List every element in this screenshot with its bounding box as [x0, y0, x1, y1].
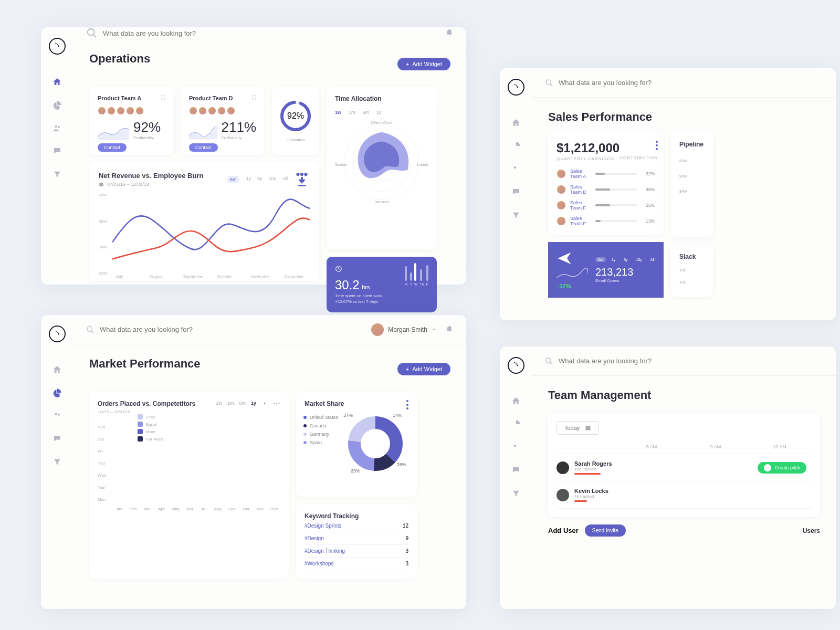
svg-point-19	[276, 403, 277, 404]
pie-icon[interactable]	[511, 141, 521, 151]
filter-icon[interactable]	[52, 169, 62, 180]
range-tabs[interactable]: 1w1m6m1y	[335, 110, 428, 115]
chat-icon[interactable]	[52, 434, 62, 444]
growth-value: ↑32%	[556, 283, 588, 289]
filter-icon[interactable]	[511, 488, 521, 499]
pipeline-title: Pipeline	[679, 141, 705, 148]
pie-icon[interactable]	[52, 387, 62, 398]
team-icon[interactable]	[511, 442, 521, 453]
hours-delta: +12.67% vs last 7 days	[335, 299, 382, 304]
revenue-date: 07/01/19 – 12/31/19	[99, 182, 203, 187]
logo-icon[interactable]	[508, 357, 524, 374]
team-row: Sales Team F35%	[556, 200, 655, 211]
range-tabs[interactable]: 6m1y5y10yAll	[227, 176, 288, 183]
sidebar	[500, 346, 532, 609]
page-title: Team Management	[548, 388, 820, 402]
more-icon[interactable]	[656, 141, 658, 150]
member-name: Kevin Locks	[574, 488, 627, 494]
keyword-card: Keyword Tracking #Design Sprints12#Desig…	[296, 504, 417, 579]
send-invite-button[interactable]: Send Invite	[585, 524, 626, 537]
create-pitch-pill[interactable]: Create pitch	[758, 462, 806, 474]
team-list: Sales Team A22%Sales Team D35%Sales Team…	[556, 169, 655, 226]
more-icon[interactable]	[273, 402, 280, 404]
team-icon[interactable]	[511, 164, 521, 174]
search-icon	[545, 357, 553, 365]
clock-icon	[335, 265, 342, 272]
team-icon[interactable]	[52, 123, 62, 133]
team-name: Product Team D	[189, 95, 256, 101]
add-user-label: Add User	[548, 527, 579, 534]
team-a-card: Product Team A 92%Profitability Contact	[89, 87, 173, 155]
contact-badge[interactable]: Contact	[98, 143, 127, 152]
member-hours: 4h tracked	[574, 494, 627, 499]
range-tabs[interactable]: 6m1y5y10yAll	[595, 257, 657, 262]
search-icon	[545, 79, 553, 87]
add-widget-button[interactable]: +Add Widget	[397, 58, 450, 70]
home-icon[interactable]	[52, 364, 62, 375]
keyword-row[interactable]: #Design Sprints12	[304, 520, 408, 532]
logo-icon[interactable]	[508, 79, 524, 96]
revenue-card: Net Revenue vs. Employee Burn 07/01/19 –…	[89, 162, 319, 281]
range-tabs[interactable]: 1w1m6m1y	[216, 401, 256, 406]
logo-icon[interactable]	[49, 38, 66, 55]
avatar-icon	[556, 489, 569, 501]
filter-icon[interactable]	[511, 210, 521, 220]
hours-label: Time spent on client work	[335, 293, 382, 298]
market-dashboard: Morgan Smith Market Performance +Add Wid…	[41, 315, 466, 609]
filter-icon[interactable]	[52, 457, 62, 467]
more-icon[interactable]	[406, 400, 408, 410]
chat-icon[interactable]	[511, 465, 521, 476]
keyword-row[interactable]: #Design9	[304, 532, 408, 545]
pie-legend: United States Canada Germany Spain	[303, 415, 338, 445]
send-icon	[556, 250, 572, 266]
profitability-label: Profitability	[133, 135, 161, 140]
sidebar	[41, 315, 74, 609]
page-title: Sales Performance	[548, 110, 820, 124]
logo-icon[interactable]	[49, 326, 66, 342]
calendar-icon	[99, 182, 104, 187]
download-icon[interactable]	[294, 172, 310, 187]
slack-card: Slack 150 100	[671, 245, 713, 297]
utilization-value: 92%	[287, 111, 304, 121]
add-widget-button[interactable]: +Add Widget	[397, 363, 450, 375]
today-button[interactable]: Today	[556, 421, 599, 435]
avatar-icon	[371, 323, 384, 336]
search-input[interactable]	[559, 79, 823, 87]
team-icon[interactable]	[52, 411, 62, 421]
sparkline-icon	[189, 127, 217, 140]
slack-title: Slack	[679, 253, 705, 260]
bookmark-icon[interactable]	[251, 94, 257, 101]
user-chip[interactable]: Morgan Smith	[371, 323, 437, 336]
chevron-down-icon	[432, 327, 437, 332]
chat-icon[interactable]	[511, 187, 521, 197]
settings-icon[interactable]	[421, 95, 428, 102]
home-icon[interactable]	[511, 396, 521, 406]
time-allocation-title: Time Allocation	[335, 95, 382, 102]
team-row: Sales Team F13%	[556, 216, 655, 226]
chat-icon[interactable]	[52, 146, 62, 156]
heatmap-date: 1/1/19 – 12/31/19	[98, 410, 195, 414]
bell-icon[interactable]	[445, 29, 454, 37]
sidebar	[41, 27, 74, 285]
home-icon[interactable]	[511, 118, 521, 128]
download-icon[interactable]	[261, 400, 268, 406]
search-icon	[86, 27, 98, 39]
bell-icon[interactable]	[445, 326, 454, 334]
pie-icon[interactable]	[52, 100, 62, 110]
search-input[interactable]	[559, 357, 823, 365]
search-input[interactable]	[100, 326, 363, 333]
search-input[interactable]	[103, 29, 437, 37]
pipeline-card: Pipeline $8M $6M $4M	[671, 132, 713, 237]
keyword-row[interactable]: #Workshops3	[304, 558, 408, 570]
heatmap-legend: Less Equal More Far More	[138, 414, 163, 505]
schedule-card: Today 8 AM 9 AM 10 AM Sarah Rogers 10h t…	[548, 413, 820, 517]
contact-badge[interactable]: Contact	[189, 143, 218, 152]
bookmark-icon[interactable]	[160, 94, 166, 101]
svg-point-2	[88, 29, 94, 36]
pie-icon[interactable]	[511, 419, 521, 429]
member-name: Sarah Rogers	[574, 460, 627, 467]
home-icon[interactable]	[52, 77, 62, 87]
avatar-icon	[556, 461, 569, 474]
team-row: Sales Team A22%	[556, 169, 655, 179]
keyword-row[interactable]: #Design Thinking3	[304, 545, 408, 558]
